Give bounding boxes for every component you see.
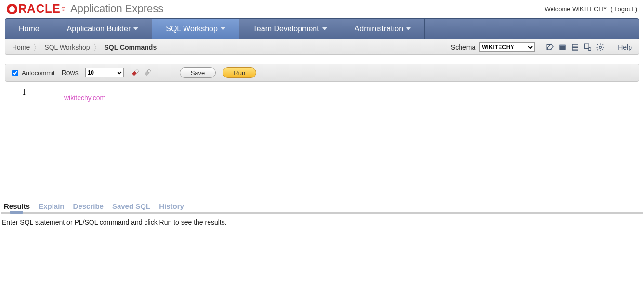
results-message: Enter SQL statement or PL/SQL command an… — [0, 216, 644, 229]
svg-point-10 — [599, 46, 602, 48]
chevron-down-icon — [221, 27, 225, 30]
chevron-down-icon — [322, 27, 327, 30]
nav-home[interactable]: Home — [5, 19, 53, 39]
rows-select[interactable]: 10 — [85, 68, 124, 77]
logout-link[interactable]: Logout — [614, 5, 633, 13]
run-button[interactable]: Run — [223, 67, 256, 78]
app-title: Application Express — [70, 2, 163, 15]
welcome-prefix: Welcome — [545, 5, 573, 13]
rows-label: Rows — [62, 69, 79, 77]
svg-line-9 — [591, 50, 591, 51]
gear-icon[interactable] — [595, 42, 605, 52]
autocommit-control[interactable]: Autocommit — [10, 68, 55, 77]
nav-sql-workshop-label: SQL Workshop — [166, 25, 218, 33]
editor-watermark: wikitechy.com — [64, 94, 105, 102]
crumb-home[interactable]: Home — [9, 43, 33, 51]
save-button[interactable]: Save — [180, 67, 216, 78]
divider — [610, 42, 610, 52]
list-icon[interactable] — [570, 42, 580, 52]
schema-select[interactable]: WIKITECHY — [479, 42, 535, 52]
nav-administration[interactable]: Administration — [341, 19, 425, 39]
nav-home-label: Home — [19, 25, 39, 33]
breadcrumb-sep-icon: 〉 — [33, 42, 41, 53]
sql-toolbar: Autocommit Rows 10 Save Run — [5, 64, 639, 82]
autocommit-checkbox[interactable] — [12, 70, 18, 76]
svg-rect-2 — [559, 44, 566, 46]
nav-admin-label: Administration — [355, 25, 403, 33]
result-tabs: Results Explain Describe Saved SQL Histo… — [0, 198, 644, 212]
crumb-sql-workshop[interactable]: SQL Workshop — [41, 43, 92, 51]
tab-saved-sql[interactable]: Saved SQL — [112, 202, 150, 210]
welcome-user: WIKITECHY — [572, 5, 607, 13]
subbar-right: Schema WIKITECHY Help — [451, 42, 635, 52]
sql-editor[interactable]: I wikitechy.com — [1, 83, 643, 198]
chevron-down-icon — [406, 27, 411, 30]
schema-label: Schema — [451, 43, 475, 51]
autocommit-label: Autocommit — [22, 69, 55, 77]
clear-icon[interactable] — [131, 68, 139, 78]
nav-team-dev-label: Team Development — [253, 25, 319, 33]
main-nav: Home Application Builder SQL Workshop Te… — [5, 18, 639, 39]
welcome-text: Welcome WIKITECHY ( Logout ) — [545, 5, 637, 13]
tab-history[interactable]: History — [159, 202, 184, 210]
edit-icon[interactable] — [545, 42, 555, 52]
nav-app-builder-label: Application Builder — [67, 25, 131, 33]
header-bar: RACLE® Application Express Welcome WIKIT… — [0, 0, 644, 18]
help-link[interactable]: Help — [615, 43, 635, 51]
chevron-down-icon — [133, 27, 138, 30]
breadcrumb-bar: Home 〉 SQL Workshop 〉 SQL Commands Schem… — [5, 39, 639, 55]
oracle-logo: RACLE® — [7, 2, 66, 15]
tab-describe[interactable]: Describe — [73, 202, 104, 210]
search-table-icon[interactable] — [583, 42, 592, 52]
format-icon[interactable] — [143, 68, 152, 78]
nav-sql-workshop[interactable]: SQL Workshop — [152, 19, 239, 39]
tab-explain[interactable]: Explain — [39, 202, 64, 210]
nav-application-builder[interactable]: Application Builder — [53, 19, 153, 39]
crumb-sql-commands: SQL Commands — [102, 43, 160, 51]
tab-results[interactable]: Results — [4, 202, 30, 210]
nav-team-development[interactable]: Team Development — [239, 19, 341, 39]
svg-rect-7 — [584, 44, 589, 48]
svg-point-8 — [588, 47, 591, 50]
window-icon[interactable] — [558, 42, 567, 52]
tab-underline — [1, 212, 643, 214]
breadcrumb-sep-icon: 〉 — [93, 42, 102, 53]
text-cursor-icon: I — [23, 87, 26, 97]
